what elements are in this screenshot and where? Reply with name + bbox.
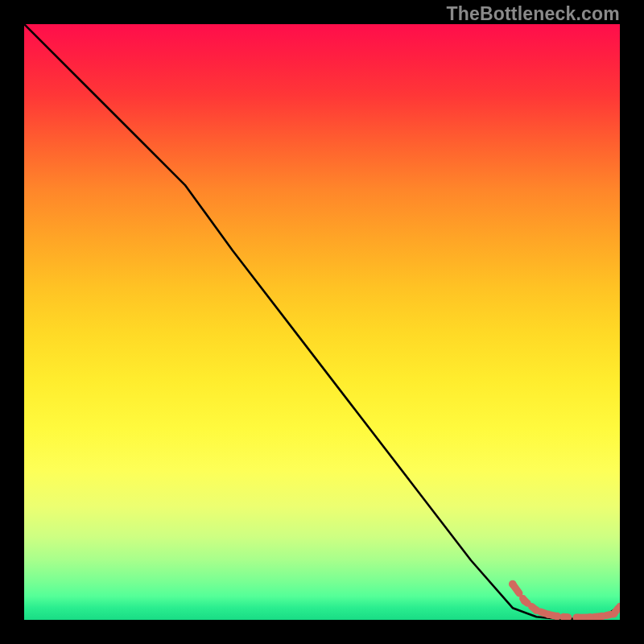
bottleneck-line-chart — [24, 24, 620, 620]
chart-plot-area — [24, 24, 620, 620]
bottleneck-curve-path — [24, 24, 620, 619]
tail-dot — [598, 613, 606, 620]
tail-highlight-stroke — [513, 584, 620, 618]
tail-dots-group — [509, 580, 620, 620]
tail-dot — [509, 580, 517, 588]
watermark-label: TheBottleneck.com — [446, 3, 620, 25]
tail-dot — [544, 611, 552, 619]
tail-dot — [533, 606, 541, 614]
tail-dot — [610, 610, 618, 618]
tail-dash-path — [513, 584, 620, 618]
tail-dot — [521, 597, 529, 605]
tail-dot — [554, 613, 562, 620]
